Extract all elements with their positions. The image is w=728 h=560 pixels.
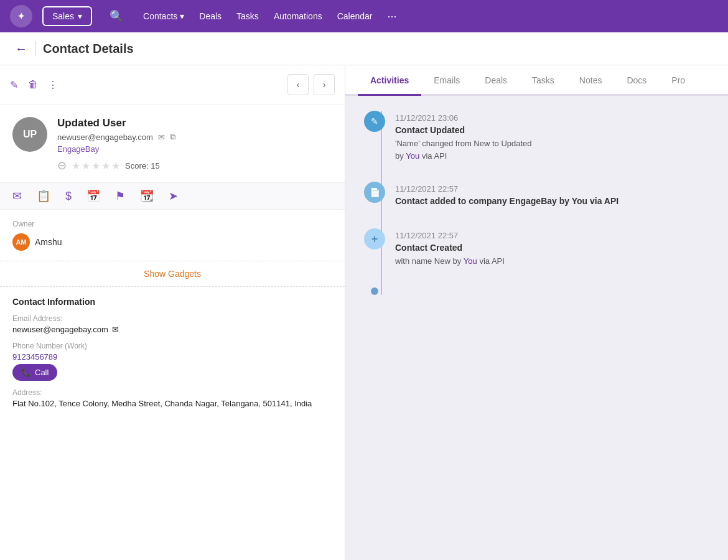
- contact-toolbar: ✎ 🗑 ⋮ ‹ ›: [0, 65, 345, 105]
- flag-icon[interactable]: ⚑: [115, 189, 125, 203]
- timeline-datetime-1: 11/12/2021 23:06: [395, 113, 709, 123]
- back-button[interactable]: ←: [15, 42, 27, 56]
- calendar-icon[interactable]: 📅: [86, 189, 100, 203]
- contacts-arrow-icon: ▾: [180, 11, 184, 21]
- timeline-title-2: Contact added to company EngageBay by Yo…: [395, 196, 709, 206]
- timeline-end-dot: [371, 287, 378, 295]
- rating-row: ⊖ ★ ★ ★ ★ ★ Score: 15: [57, 159, 332, 172]
- nav-logo: ✦: [10, 5, 32, 27]
- timeline-datetime-3: 11/12/2021 22:57: [395, 231, 709, 240]
- owner-label: Owner: [12, 220, 332, 228]
- timeline-dot-2: 📄: [364, 182, 385, 203]
- highlight-engagebay[interactable]: EngageBay: [510, 196, 557, 206]
- timeline-datetime-2: 11/12/2021 22:57: [395, 184, 709, 194]
- call-button[interactable]: 📞 Call: [12, 364, 57, 381]
- edit-icon[interactable]: ✎: [10, 79, 18, 91]
- tab-deals[interactable]: Deals: [472, 65, 520, 96]
- nav-automations[interactable]: Automations: [274, 11, 322, 21]
- schedule-icon[interactable]: 📆: [140, 189, 154, 203]
- left-panel: ✎ 🗑 ⋮ ‹ › UP Updated User newuser@engage…: [0, 65, 345, 560]
- show-gadgets-button[interactable]: Show Gadgets: [144, 269, 201, 279]
- owner-section: Owner AM Amshu: [0, 210, 345, 261]
- contact-card: UP Updated User newuser@engagebay.com ✉ …: [0, 105, 345, 182]
- tab-activities[interactable]: Activities: [358, 65, 421, 96]
- search-icon[interactable]: 🔍: [105, 7, 128, 26]
- stars[interactable]: ★ ★ ★ ★ ★: [72, 160, 120, 172]
- tab-pro[interactable]: Pro: [659, 65, 698, 96]
- star-2[interactable]: ★: [82, 160, 90, 172]
- email-field: Email Address: newuser@engagebay.com ✉: [12, 314, 332, 334]
- timeline-desc-3: with name New by You via API: [395, 255, 709, 268]
- notes-icon[interactable]: 📋: [37, 189, 50, 203]
- timeline-item-3: + 11/12/2021 22:57 Contact Created with …: [364, 228, 709, 268]
- action-icons-row: ✉ 📋 $ 📅 ⚑ 📆 ➤: [0, 182, 345, 210]
- timeline-desc-1: 'Name' changed from New to Updated by Yo…: [395, 138, 709, 162]
- nav-contacts[interactable]: Contacts ▾: [143, 11, 184, 21]
- phone-icon: 📞: [21, 368, 31, 377]
- avatar: UP: [12, 117, 47, 152]
- send-icon[interactable]: ➤: [169, 189, 178, 203]
- phone-value: 9123456789: [12, 352, 332, 362]
- nav-tasks[interactable]: Tasks: [236, 11, 259, 21]
- email-value: newuser@engagebay.com ✉: [12, 325, 332, 334]
- tab-emails[interactable]: Emails: [421, 65, 472, 96]
- nav-more[interactable]: ···: [388, 10, 397, 23]
- timeline-content-3: 11/12/2021 22:57 Contact Created with na…: [395, 228, 709, 268]
- timeline-title-3: Contact Created: [395, 243, 709, 253]
- contact-details: Updated User newuser@engagebay.com ✉ ⧉ E…: [57, 117, 332, 172]
- email-field-icon[interactable]: ✉: [112, 325, 119, 334]
- toolbar-left: ✎ 🗑 ⋮: [10, 79, 58, 91]
- next-contact-button[interactable]: ›: [314, 74, 335, 95]
- tabs-row: Activities Emails Deals Tasks Notes Docs…: [345, 65, 728, 96]
- timeline-dot-3: +: [364, 228, 385, 250]
- sales-label: Sales: [52, 11, 74, 21]
- email-icon[interactable]: ✉: [158, 133, 165, 142]
- contact-email: newuser@engagebay.com: [57, 133, 153, 142]
- star-5[interactable]: ★: [111, 160, 120, 172]
- phone-label: Phone Number (Work): [12, 342, 332, 350]
- contact-email-row: newuser@engagebay.com ✉ ⧉: [57, 132, 332, 142]
- toolbar-right: ‹ ›: [287, 74, 335, 95]
- timeline-item-2: 📄 11/12/2021 22:57 Contact added to comp…: [364, 182, 709, 208]
- owner-row: AM Amshu: [12, 233, 332, 251]
- address-field: Address: Flat No.102, Tence Colony, Medh…: [12, 388, 332, 408]
- more-icon[interactable]: ⋮: [48, 79, 58, 91]
- contact-name: Updated User: [57, 117, 332, 129]
- score-label: Score: 15: [125, 161, 160, 170]
- copy-icon[interactable]: ⧉: [170, 132, 175, 142]
- header-divider: [35, 41, 35, 56]
- chevron-down-icon: ▾: [78, 11, 82, 21]
- delete-icon[interactable]: 🗑: [28, 79, 38, 90]
- star-4[interactable]: ★: [101, 160, 110, 172]
- timeline: ✎ 11/12/2021 23:06 Contact Updated 'Name…: [345, 96, 728, 310]
- timeline-content-2: 11/12/2021 22:57 Contact added to compan…: [395, 182, 709, 208]
- send-email-icon[interactable]: ✉: [12, 189, 22, 203]
- highlight-you-2[interactable]: You: [572, 196, 587, 206]
- highlight-you-3[interactable]: You: [464, 256, 477, 266]
- tab-tasks[interactable]: Tasks: [520, 65, 567, 96]
- contact-info-title: Contact Information: [12, 297, 332, 307]
- nav-links: Contacts ▾ Deals Tasks Automations Calen…: [143, 10, 397, 23]
- owner-name: Amshu: [35, 237, 62, 247]
- timeline-item: ✎ 11/12/2021 23:06 Contact Updated 'Name…: [364, 111, 709, 162]
- highlight-you-1[interactable]: You: [406, 151, 419, 161]
- timeline-dot-1: ✎: [364, 111, 385, 132]
- sales-dropdown[interactable]: Sales ▾: [42, 6, 92, 26]
- right-panel: Activities Emails Deals Tasks Notes Docs…: [345, 65, 728, 560]
- minus-button[interactable]: ⊖: [57, 159, 67, 172]
- address-value: Flat No.102, Tence Colony, Medha Street,…: [12, 399, 332, 408]
- star-3[interactable]: ★: [91, 160, 100, 172]
- contact-company[interactable]: EngageBay: [57, 144, 332, 154]
- prev-contact-button[interactable]: ‹: [287, 74, 309, 95]
- tab-notes[interactable]: Notes: [567, 65, 615, 96]
- email-label: Email Address:: [12, 314, 332, 323]
- deals-icon[interactable]: $: [65, 190, 72, 203]
- show-gadgets-row: Show Gadgets: [0, 261, 345, 287]
- nav-deals[interactable]: Deals: [199, 11, 222, 21]
- main-layout: ✎ 🗑 ⋮ ‹ › UP Updated User newuser@engage…: [0, 65, 728, 560]
- top-nav: ✦ Sales ▾ 🔍 Contacts ▾ Deals Tasks Autom…: [0, 0, 728, 32]
- nav-calendar[interactable]: Calendar: [337, 11, 373, 21]
- contact-info-section: Contact Information Email Address: newus…: [0, 287, 345, 426]
- tab-docs[interactable]: Docs: [614, 65, 659, 96]
- star-1[interactable]: ★: [72, 160, 80, 172]
